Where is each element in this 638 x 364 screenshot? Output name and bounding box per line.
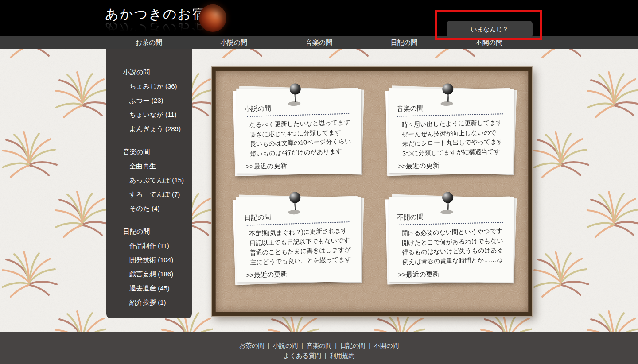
note-body: 不定期(気まぐれ？)に更新されます 日記以上でも日記以下でもないです 普通のこと… [249,226,352,267]
footer-link-ochanoma[interactable]: お茶の間 [239,342,265,349]
note-line: 3つに分類してますが結構適当です [402,147,504,159]
sidebar-item-choinaga[interactable]: ちょいなが (11) [106,108,192,122]
site-title-reflection: あかつきのお宿 [105,20,206,38]
nav-item-ochanoma[interactable]: お茶の間 [106,36,191,49]
sidebar-item-uptempo[interactable]: あっぷてんぽ (15) [106,173,192,187]
footer-separator: | [335,342,337,349]
footer-separator: | [325,352,327,359]
site-logo[interactable]: あかつきのお宿 あかつきのお宿 [105,5,206,23]
recent-updates-link[interactable]: >>最近の更新 [246,162,287,171]
note-nikki: 日記の間 不定期(気まぐれ？)に更新されます 日記以上でも日記以下でもないです … [233,196,360,285]
note-body: 時々思い出したように更新してます ぜーんぜん技術が向上しないので 未だにシロート… [401,118,504,158]
nav-inner: お茶の間 小説の間 音楽の間 日記の間 不開の間 [106,36,532,49]
recent-updates-link[interactable]: >>最近の更新 [246,270,287,280]
sidebar-section-ongaku[interactable]: 音楽の間 [106,145,192,159]
sidebar-item-shoukai[interactable]: 紹介挨拶 (1) [106,295,192,310]
note-shousetsu: 小説の間 なるべく更新したいなと思ってます 長さに応じて4つに分類してます 長い… [233,88,360,176]
note-body: 開ける必要のない間というやつです 開けたとこで何があるわけでもない 得るものはな… [401,226,504,267]
ima-nanji-button[interactable]: いまなんじ？ [447,21,533,38]
footer-link-fukai[interactable]: 不開の間 [374,342,399,349]
footer-link-faq[interactable]: よくある質問 [284,352,321,359]
sidebar-item-kaihatsu[interactable]: 開発技術 (104) [106,253,192,267]
sidebar-section-nikki[interactable]: 日記の間 [106,225,192,239]
note-fukai: 不開の間 開ける必要のない間というやつです 開けたとこで何があるわけでもない 得… [385,197,513,285]
nav-item-shousetsu[interactable]: 小説の間 [191,36,276,49]
recent-updates-link[interactable]: >>最近の更新 [398,270,440,279]
sidebar-item-chomijika[interactable]: ちょみじか (36) [106,79,192,93]
footer-link-terms[interactable]: 利用規約 [330,352,354,359]
sidebar-item-futsu[interactable]: ふつー (23) [106,93,192,108]
sidebar-item-slowtempo[interactable]: すろーてんぽ (7) [106,187,192,201]
nav-item-fukai[interactable]: 不開の間 [447,36,532,49]
sidebar-item-sonota[interactable]: そのた (4) [106,201,192,216]
footer-link-shousetsu[interactable]: 小説の間 [273,342,298,349]
footer-separator: | [301,342,303,349]
sidebar-item-yongyou[interactable]: よんぎょう (289) [106,122,192,136]
pushpin-icon [438,82,458,107]
note-body: なるべく更新したいなと思ってます 長さに応じて4つに分類してます 長いものは文庫… [249,118,351,159]
sidebar-item-zaregoto[interactable]: 戯言妄想 (186) [106,267,192,281]
sidebar-item-sakuhin[interactable]: 作品制作 (11) [106,239,192,253]
blood-moon-image [199,4,226,32]
main-nav: お茶の間 小説の間 音楽の間 日記の間 不開の間 [0,36,638,49]
pushpin-icon [438,190,458,215]
footer-link-ongaku[interactable]: 音楽の間 [307,342,331,349]
nav-item-ongaku[interactable]: 音楽の間 [276,36,362,49]
cork-board: 小説の間 なるべく更新したいなと思ってます 長さに応じて4つに分類してます 長い… [212,67,532,316]
footer-row-info: よくある質問|利用規約 [0,351,638,361]
pushpin-icon [285,82,305,106]
note-ongaku: 音楽の間 時々思い出したように更新してます ぜーんぜん技術が向上しないので 未だ… [385,88,512,176]
footer-separator: | [268,342,269,349]
pushpin-icon [285,190,305,215]
nav-item-nikki[interactable]: 日記の間 [362,36,447,49]
cork-surface: 小説の間 なるべく更新したいなと思ってます 長さに応じて4つに分類してます 長い… [215,71,529,312]
footer-link-nikki[interactable]: 日記の間 [340,342,365,349]
footer-separator: | [369,342,370,349]
recent-updates-link[interactable]: >>最近の更新 [398,162,440,171]
sidebar-item-kako[interactable]: 過去遺産 (45) [106,281,192,295]
sidebar-item-zenkyoku[interactable]: 全曲再生 [106,159,192,173]
footer-row-rooms: お茶の間|小説の間|音楽の間|日記の間|不開の間 [0,341,638,351]
sidebar: 小説の間 ちょみじか (36) ふつー (23) ちょいなが (11) よんぎょ… [106,49,192,318]
site-header: あかつきのお宿 あかつきのお宿 [0,0,638,36]
sidebar-section-shousetsu[interactable]: 小説の間 [106,65,192,79]
site-footer: お茶の間|小説の間|音楽の間|日記の間|不開の間 よくある質問|利用規約 [0,332,638,364]
